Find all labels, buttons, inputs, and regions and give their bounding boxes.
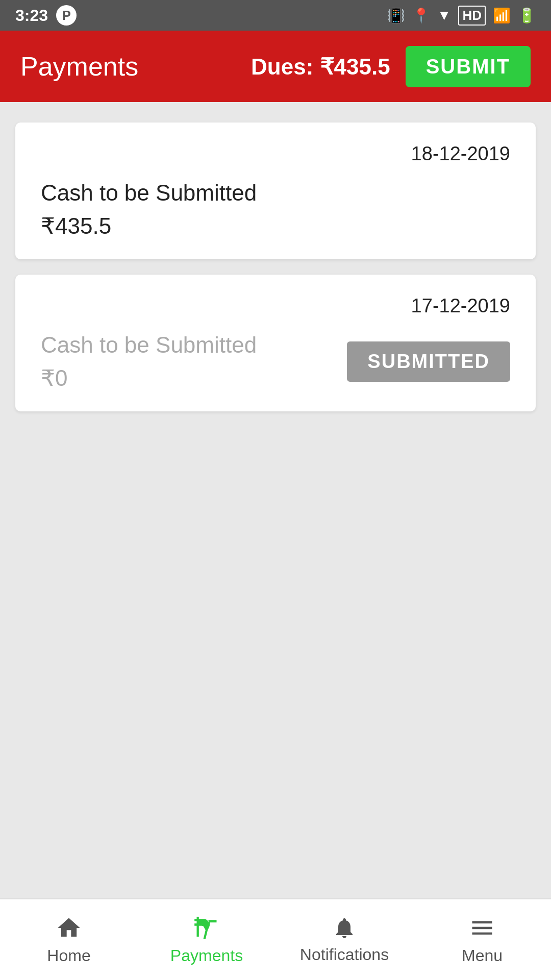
notifications-icon [332, 916, 357, 940]
nav-item-payments[interactable]: Payments [138, 899, 276, 980]
card-2-row: Cash to be Submitted ₹0 SUBMITTED [41, 332, 510, 391]
dues-label: Dues: [251, 54, 313, 79]
status-time: 3:23 [15, 6, 48, 25]
card-2-label: Cash to be Submitted [41, 332, 257, 358]
nav-item-home[interactable]: Home [0, 899, 138, 980]
nav-item-notifications[interactable]: Notifications [276, 899, 413, 980]
card-1-label: Cash to be Submitted [41, 180, 510, 206]
payment-card-1: 18-12-2019 Cash to be Submitted ₹435.5 [15, 122, 536, 259]
parking-icon: P [56, 5, 77, 26]
submit-button[interactable]: SUBMIT [406, 46, 531, 87]
nav-item-menu[interactable]: Menu [413, 899, 551, 980]
card-2-info: Cash to be Submitted ₹0 [41, 332, 257, 391]
signal-icon: 📶 [493, 7, 511, 24]
card-1-amount: ₹435.5 [41, 213, 510, 239]
payment-card-2: 17-12-2019 Cash to be Submitted ₹0 SUBMI… [15, 275, 536, 411]
main-content: 18-12-2019 Cash to be Submitted ₹435.5 1… [0, 102, 551, 898]
dues-label-amount: Dues: ₹435.5 [251, 54, 390, 80]
card-2-amount: ₹0 [41, 365, 257, 391]
nav-label-payments: Payments [170, 946, 243, 965]
home-icon [56, 915, 82, 941]
vibrate-icon: 📳 [387, 7, 405, 24]
location-icon: 📍 [412, 7, 430, 24]
battery-icon: 🔋 [518, 7, 536, 24]
status-bar: 3:23 P 📳 📍 ▼ HD 📶 🔋 [0, 0, 551, 31]
card-1-date: 18-12-2019 [41, 143, 510, 165]
page-title: Payments [20, 51, 138, 82]
payments-icon [193, 915, 220, 941]
hd-icon: HD [458, 6, 486, 26]
dues-section: Dues: ₹435.5 SUBMIT [251, 46, 531, 87]
app-header: Payments Dues: ₹435.5 SUBMIT [0, 31, 551, 102]
card-2-date: 17-12-2019 [41, 295, 510, 317]
menu-icon [469, 915, 495, 941]
wifi-icon: ▼ [437, 7, 452, 23]
nav-label-notifications: Notifications [300, 945, 389, 964]
nav-label-menu: Menu [462, 946, 503, 965]
dues-amount: ₹435.5 [320, 54, 390, 79]
bottom-navigation: Home Payments Notifications Menu [0, 898, 551, 980]
submitted-badge[interactable]: SUBMITTED [347, 341, 510, 382]
nav-label-home: Home [47, 946, 90, 965]
